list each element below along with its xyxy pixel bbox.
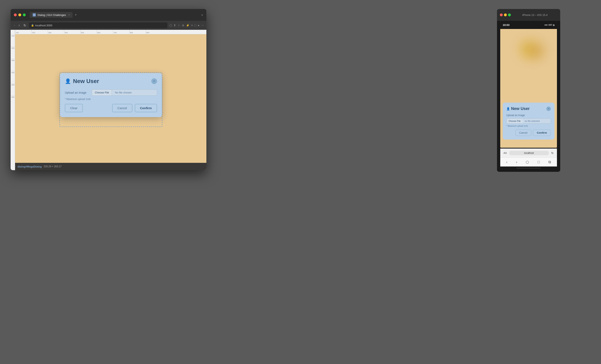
ruler-ltick-200: 200 [10,47,15,59]
blob-orange [531,45,543,58]
tab-expand-icon[interactable]: ∨ [201,13,203,17]
bookmark-icon[interactable]: ☆ [178,24,180,27]
canvas-area: 👤 New User × Upload an image Choose File… [15,34,206,170]
url-text: localhost:3000 [35,24,52,27]
phone-back-nav-icon[interactable]: ‹ [506,160,507,164]
dialog-close-button[interactable]: × [151,78,157,84]
phone-time: 10:03 [503,23,510,27]
forward-button[interactable]: › [18,23,20,28]
selector-dimensions: 520.29 × 263.17 [44,165,61,168]
tab-bar: D Dialog | GUI Challenges × + ∨ [30,12,203,18]
external-link-icon[interactable]: ⬡ [170,24,172,27]
user-add-icon: 👤 [65,78,71,84]
choose-file-button[interactable]: Choose File [92,89,112,96]
phone-battery-icon: ▮ [553,24,554,26]
phone-status-icons: ▾▾▾ WiFi ▮ [544,24,554,26]
dialog-title-group: 👤 New User [65,78,99,84]
phone-wifi-icon: WiFi [548,24,552,26]
share-icon[interactable]: ⬆ [174,24,176,27]
phone-user-add-icon: 👤 [506,107,510,110]
ruler-tick-900: 900 [146,30,162,34]
phone-signal-icon: ▾▾▾ [544,24,548,26]
phone-choose-file-button[interactable]: Choose File [507,119,523,123]
tab-close-icon[interactable]: × [68,13,70,16]
mic-icon[interactable]: ● [198,24,200,27]
browser-titlebar: D Dialog | GUI Challenges × + ∨ [10,9,206,21]
phone-tabs-nav-icon[interactable]: ⧉ [548,160,551,164]
reader-icon[interactable]: ≡ [191,24,193,27]
browser-toolbar: ‹ › ↻ 🔒 localhost:3000 ⬡ ⬆ ☆ ⊕ ⚡ ≡ □ ● ⋯ [10,21,206,30]
ruler-ltick-400: 400 [10,71,15,83]
selector-label: dialog#MegaDialog [18,165,42,168]
phone-forward-nav-icon[interactable]: › [516,160,517,164]
phone-dialog-title: New User [511,106,530,111]
phone-traffic-light-close[interactable] [500,13,503,16]
more-icon[interactable]: ⋯ [201,24,204,27]
clear-button[interactable]: Clear [65,104,83,112]
phone-cancel-button[interactable]: Cancel [515,130,531,136]
phone-container: iPhone 13 – iOS 15.4 10:03 ▾▾▾ WiFi ▮ [497,9,560,172]
browser-bottom-bar: ⊞ dialog#MegaDialog 520.29 × 263.17 [10,163,206,170]
confirm-button[interactable]: Confirm [135,104,157,112]
browser-content: 100 200 300 400 500 600 700 800 900 100 … [10,30,206,170]
phone-dialog-close-button[interactable]: × [546,107,551,111]
phone-share-nav-icon[interactable]: ⬡ [526,160,529,164]
ruler-top: 100 200 300 400 500 600 700 800 900 [10,30,206,34]
phone-bg-content [500,29,557,80]
ruler-tick-300: 300 [48,30,64,34]
phone-address-bar[interactable]: localhost [509,151,549,155]
phone-nav-bar: ‹ › ⬡ □ ⧉ [500,158,557,166]
shield-icon[interactable]: ⊕ [182,24,184,27]
phone-dialog-title-group: 👤 New User [506,106,530,111]
max-upload-text: * Maximum upload 1mb [65,98,157,101]
phone-dialog-footer: Cancel Confirm [506,130,551,136]
new-tab-button[interactable]: + [75,13,77,17]
traffic-lights [14,13,26,16]
phone-bookmarks-nav-icon[interactable]: □ [538,160,540,164]
device-icon[interactable]: □ [194,24,196,27]
lock-icon: 🔒 [31,24,34,27]
ruler-tick-600: 600 [97,30,113,34]
dialog-footer: Clear Cancel Confirm [65,104,157,112]
traffic-light-close[interactable] [14,13,17,16]
file-input-group: Choose File No file chosen [92,89,157,96]
ruler-tick-400: 400 [64,30,80,34]
phone-reload-icon[interactable]: ↻ [551,152,554,155]
phone-titlebar: iPhone 13 – iOS 15.4 [497,9,560,21]
extension-icon[interactable]: ⚡ [186,24,190,27]
traffic-light-fullscreen[interactable] [23,13,26,16]
ruler-tick-500: 500 [80,30,97,34]
phone-traffic-light-min[interactable] [504,13,507,16]
phone-traffic-light-full[interactable] [508,13,511,16]
upload-label: Upload an image [65,91,89,94]
phone-window-title: iPhone 13 – iOS 15.4 [512,13,557,17]
phone-notch [516,21,541,27]
desktop-dialog: 👤 New User × Upload an image Choose File… [60,73,162,117]
ruler-ltick-500: 500 [10,83,15,95]
ruler-ltick-100: 100 [10,34,15,47]
phone-aa-label[interactable]: AA [503,152,507,154]
reload-button[interactable]: ↻ [23,23,27,28]
back-button[interactable]: ‹ [13,23,16,28]
tab-title: Dialog | GUI Challenges [38,13,66,17]
ruler-tick-100: 100 [15,30,31,34]
phone-title-lights [500,13,511,16]
traffic-light-minimize[interactable] [18,13,21,16]
address-bar[interactable]: 🔒 localhost:3000 [29,22,167,28]
phone-confirm-button[interactable]: Confirm [533,130,551,136]
ruler-ltick-600: 600 [10,95,15,108]
phone-max-upload-text: * Maximum upload 1mb [506,125,551,127]
ruler-ltick-300: 300 [10,59,15,71]
dialog-title: New User [73,78,99,84]
phone-screen: 10:03 ▾▾▾ WiFi ▮ 👤 New User [500,21,557,148]
ruler-tick-800: 800 [129,30,146,34]
browser-window: D Dialog | GUI Challenges × + ∨ ‹ › ↻ 🔒 … [10,9,206,170]
toolbar-actions: ⬡ ⬆ ☆ ⊕ ⚡ ≡ □ ● ⋯ [170,24,204,27]
tab-favicon: D [33,13,36,17]
phone-address-text: localhost [524,152,534,154]
cancel-button[interactable]: Cancel [112,104,132,112]
phone-file-input-group: Choose File no file selected [506,118,551,124]
phone-upload-label: Upload an image [506,114,551,117]
ruler-left: 100 200 300 400 500 600 [10,30,15,170]
tab-active[interactable]: D Dialog | GUI Challenges × [30,12,73,18]
